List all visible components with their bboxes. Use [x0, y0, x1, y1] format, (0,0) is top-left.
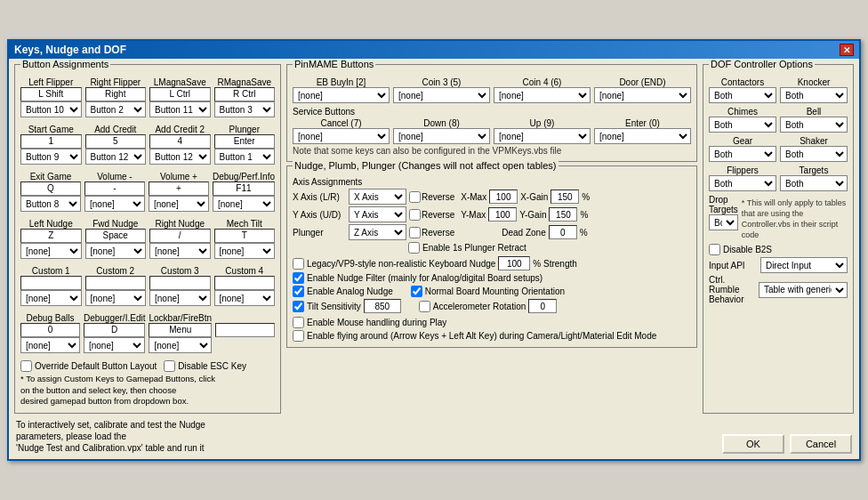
value-right-nudge[interactable]: / — [149, 229, 211, 243]
x-axis-select[interactable]: X Axis — [349, 189, 406, 205]
dropdown-add-credit[interactable]: Button 12 — [85, 149, 147, 165]
value-mech-tilt[interactable]: T — [214, 229, 276, 243]
dropdown-enter[interactable]: [none] — [594, 128, 691, 144]
dropdown-left-flipper[interactable]: Button 10 — [20, 101, 82, 117]
value-custom2[interactable] — [85, 276, 147, 290]
dropdown-custom3[interactable]: [none] — [149, 290, 211, 306]
value-left-nudge[interactable]: Z — [20, 229, 82, 243]
select-shaker[interactable]: Both — [780, 146, 848, 162]
analog-nudge-checkbox[interactable] — [293, 286, 304, 297]
dropdown-lockbar[interactable]: [none] — [149, 337, 212, 353]
x-reverse-check[interactable]: Reverse — [409, 191, 454, 203]
dropdown-lmagna[interactable]: Button 11 — [149, 101, 211, 117]
dropdown-right-nudge[interactable]: [none] — [149, 243, 211, 259]
cancel-button[interactable]: Cancel — [790, 434, 852, 454]
value-debug-perf[interactable]: F11 — [213, 181, 275, 196]
select-gear[interactable]: Both — [709, 146, 776, 162]
dropdown-start[interactable]: Button 9 — [20, 149, 82, 165]
mouse-checkbox[interactable] — [293, 317, 304, 328]
accel-checkbox[interactable] — [419, 301, 430, 312]
dropdown-debugger[interactable]: [none] — [84, 337, 146, 353]
ymax-input[interactable] — [488, 207, 517, 222]
dropdown-rmagna[interactable]: Button 3 — [214, 101, 276, 117]
value-debugger[interactable]: D — [84, 323, 146, 337]
plunger-reverse-check[interactable]: Reverse — [409, 227, 454, 238]
select-knocker[interactable]: Both — [780, 87, 848, 103]
override-default-row[interactable]: Override Default Button Layout — [20, 360, 157, 372]
dropdown-coin4[interactable]: [none] — [494, 87, 591, 103]
plunger-axis-select[interactable]: Z Axis — [349, 224, 406, 240]
value-custom1[interactable] — [20, 276, 82, 290]
flying-checkbox[interactable] — [293, 330, 304, 342]
ctrl-rumble-select[interactable]: Table with generic f — [759, 282, 848, 298]
value-plunger[interactable]: Enter — [214, 134, 276, 149]
value-lockbar[interactable]: Menu — [149, 323, 212, 337]
deadzone-input[interactable] — [549, 225, 577, 239]
dropdown-down[interactable]: [none] — [393, 128, 490, 144]
normal-mounting-row[interactable]: Normal Board Mounting Orientation — [411, 286, 565, 297]
value-vol-minus[interactable]: - — [84, 181, 145, 196]
dropdown-custom4[interactable]: [none] — [214, 290, 276, 306]
value-custom3[interactable] — [149, 276, 211, 290]
dropdown-custom2[interactable]: [none] — [85, 290, 147, 306]
select-flippers[interactable]: Both — [709, 175, 776, 191]
dropdown-mech-tilt[interactable]: [none] — [214, 243, 276, 259]
value-vol-plus[interactable]: + — [149, 181, 209, 196]
close-button[interactable]: ✕ — [840, 44, 854, 56]
dropdown-fwd-nudge[interactable]: [none] — [85, 243, 147, 259]
dropdown-left-nudge[interactable]: [none] — [20, 243, 82, 259]
value-right-flipper[interactable]: Right — [85, 87, 147, 101]
nudge-filter-checkbox[interactable] — [293, 272, 304, 284]
disable-esc-row[interactable]: Disable ESC Key — [164, 360, 246, 372]
dropdown-debug-balls[interactable]: [none] — [20, 337, 80, 353]
value-debug-balls[interactable]: 0 — [20, 323, 80, 337]
analog-nudge-row[interactable]: Enable Analog Nudge — [293, 286, 393, 297]
dropdown-coin3[interactable]: [none] — [393, 87, 490, 103]
nudge-filter-row[interactable]: Enable Nudge Filter (mainly for Analog/d… — [293, 272, 691, 284]
disable-b2s-row[interactable]: Disable B2S — [709, 244, 848, 255]
xmax-input[interactable] — [489, 190, 518, 204]
tilt-checkbox[interactable] — [293, 301, 304, 312]
dropdown-up[interactable]: [none] — [494, 128, 591, 144]
ygain-input[interactable] — [549, 207, 577, 222]
tilt-row[interactable]: Tilt Sensitivity — [293, 301, 361, 312]
mouse-row[interactable]: Enable Mouse handling during Play — [293, 317, 691, 328]
xgain-input[interactable] — [551, 190, 579, 204]
accel-row[interactable]: Accelerometer Rotation — [419, 301, 526, 312]
ok-button[interactable]: OK — [722, 434, 784, 454]
select-chimes[interactable]: Both — [709, 117, 776, 133]
dropdown-buyin[interactable]: [none] — [293, 87, 390, 103]
value-fwd-nudge[interactable]: Space — [85, 229, 147, 243]
value-exit[interactable]: Q — [20, 181, 81, 196]
flying-row[interactable]: Enable flying around (Arrow Keys + Left … — [293, 330, 691, 342]
dropdown-vol-plus[interactable]: [none] — [149, 196, 209, 212]
dropdown-plunger[interactable]: Button 1 — [214, 149, 276, 165]
disable-b2s-checkbox[interactable] — [709, 244, 720, 255]
disable-esc-checkbox[interactable] — [164, 360, 175, 372]
dropdown-vol-minus[interactable]: [none] — [84, 196, 145, 212]
dropdown-custom1[interactable]: [none] — [20, 290, 82, 306]
value-rmagna[interactable]: R Ctrl — [214, 87, 276, 101]
value-add-credit2[interactable]: 4 — [149, 134, 211, 149]
select-bell[interactable]: Both — [780, 117, 848, 133]
value-add-credit[interactable]: 5 — [85, 134, 147, 149]
dropdown-cancel[interactable]: [none] — [293, 128, 390, 144]
enable-1s-row[interactable]: Enable 1s Plunger Retract — [408, 242, 526, 254]
value-custom4[interactable] — [214, 276, 276, 290]
tilt-input[interactable] — [364, 299, 401, 313]
normal-mounting-checkbox[interactable] — [411, 286, 422, 297]
value-lmagna[interactable]: L Ctrl — [149, 87, 211, 101]
value-start[interactable]: 1 — [20, 134, 82, 149]
input-api-select[interactable]: Direct Input — [760, 257, 848, 273]
strength-input[interactable] — [498, 256, 530, 270]
y-axis-select[interactable]: Y Axis — [349, 206, 406, 222]
y-reverse-check[interactable]: Reverse — [409, 209, 454, 221]
accel-input[interactable] — [528, 299, 557, 313]
dropdown-door[interactable]: [none] — [594, 87, 691, 103]
value-left-flipper[interactable]: L Shift — [20, 87, 82, 101]
dropdown-debug-perf[interactable]: [none] — [213, 196, 275, 212]
legacy-checkbox[interactable] — [293, 258, 304, 270]
select-targets[interactable]: Both — [780, 175, 848, 191]
override-default-checkbox[interactable] — [20, 360, 32, 372]
select-contactors[interactable]: Both — [709, 87, 776, 103]
